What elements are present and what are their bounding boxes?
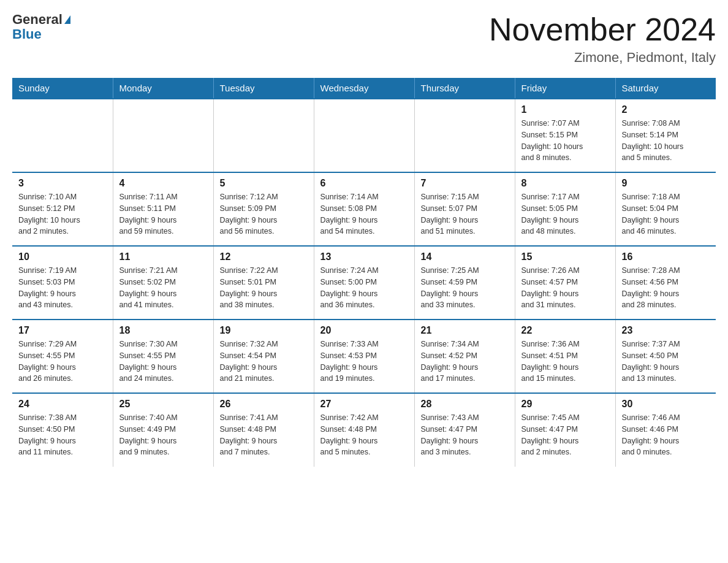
weekday-header-saturday: Saturday xyxy=(615,78,716,99)
day-info: Sunrise: 7:30 AM Sunset: 4:55 PM Dayligh… xyxy=(119,339,207,385)
calendar-cell xyxy=(12,99,113,172)
calendar-cell: 25Sunrise: 7:40 AM Sunset: 4:49 PM Dayli… xyxy=(113,393,213,467)
calendar-cell: 11Sunrise: 7:21 AM Sunset: 5:02 PM Dayli… xyxy=(113,246,213,320)
calendar-week-row: 1Sunrise: 7:07 AM Sunset: 5:15 PM Daylig… xyxy=(12,99,716,172)
weekday-header-row: SundayMondayTuesdayWednesdayThursdayFrid… xyxy=(12,78,716,99)
calendar-cell: 6Sunrise: 7:14 AM Sunset: 5:08 PM Daylig… xyxy=(314,172,414,246)
day-number: 21 xyxy=(421,325,509,336)
day-number: 2 xyxy=(622,104,710,115)
day-info: Sunrise: 7:26 AM Sunset: 4:57 PM Dayligh… xyxy=(521,265,609,311)
calendar-cell: 20Sunrise: 7:33 AM Sunset: 4:53 PM Dayli… xyxy=(314,320,414,393)
calendar-cell: 12Sunrise: 7:22 AM Sunset: 5:01 PM Dayli… xyxy=(213,246,314,320)
calendar-cell: 5Sunrise: 7:12 AM Sunset: 5:09 PM Daylig… xyxy=(213,172,314,246)
day-number: 9 xyxy=(622,178,710,189)
day-number: 27 xyxy=(320,399,408,410)
weekday-header-tuesday: Tuesday xyxy=(213,78,314,99)
calendar-table: SundayMondayTuesdayWednesdayThursdayFrid… xyxy=(12,78,716,467)
weekday-header-thursday: Thursday xyxy=(414,78,515,99)
calendar-cell: 21Sunrise: 7:34 AM Sunset: 4:52 PM Dayli… xyxy=(414,320,515,393)
day-info: Sunrise: 7:25 AM Sunset: 4:59 PM Dayligh… xyxy=(421,265,509,311)
day-info: Sunrise: 7:43 AM Sunset: 4:47 PM Dayligh… xyxy=(421,412,509,458)
day-number: 13 xyxy=(320,251,408,262)
logo-general-text: General xyxy=(12,12,63,27)
header: General Blue November 2024 Zimone, Piedm… xyxy=(12,12,716,66)
day-number: 4 xyxy=(119,178,207,189)
day-info: Sunrise: 7:11 AM Sunset: 5:11 PM Dayligh… xyxy=(119,191,207,237)
day-info: Sunrise: 7:38 AM Sunset: 4:50 PM Dayligh… xyxy=(18,412,107,458)
logo-triangle-icon xyxy=(64,15,70,24)
day-number: 5 xyxy=(220,178,308,189)
calendar-cell: 26Sunrise: 7:41 AM Sunset: 4:48 PM Dayli… xyxy=(213,393,314,467)
day-info: Sunrise: 7:07 AM Sunset: 5:15 PM Dayligh… xyxy=(521,118,609,164)
day-number: 8 xyxy=(521,178,609,189)
day-number: 15 xyxy=(521,251,609,262)
logo: General Blue xyxy=(12,12,70,42)
day-number: 18 xyxy=(119,325,207,336)
calendar-week-row: 3Sunrise: 7:10 AM Sunset: 5:12 PM Daylig… xyxy=(12,172,716,246)
day-number: 11 xyxy=(119,251,207,262)
calendar-week-row: 24Sunrise: 7:38 AM Sunset: 4:50 PM Dayli… xyxy=(12,393,716,467)
calendar-cell: 22Sunrise: 7:36 AM Sunset: 4:51 PM Dayli… xyxy=(515,320,615,393)
day-info: Sunrise: 7:45 AM Sunset: 4:47 PM Dayligh… xyxy=(521,412,609,458)
calendar-cell xyxy=(213,99,314,172)
calendar-cell: 29Sunrise: 7:45 AM Sunset: 4:47 PM Dayli… xyxy=(515,393,615,467)
calendar-week-row: 10Sunrise: 7:19 AM Sunset: 5:03 PM Dayli… xyxy=(12,246,716,320)
calendar-cell: 17Sunrise: 7:29 AM Sunset: 4:55 PM Dayli… xyxy=(12,320,113,393)
day-info: Sunrise: 7:22 AM Sunset: 5:01 PM Dayligh… xyxy=(220,265,308,311)
day-info: Sunrise: 7:18 AM Sunset: 5:04 PM Dayligh… xyxy=(622,191,710,237)
day-number: 14 xyxy=(421,251,509,262)
location-title: Zimone, Piedmont, Italy xyxy=(489,50,716,66)
day-number: 17 xyxy=(18,325,107,336)
day-number: 3 xyxy=(18,178,107,189)
day-info: Sunrise: 7:36 AM Sunset: 4:51 PM Dayligh… xyxy=(521,339,609,385)
day-number: 25 xyxy=(119,399,207,410)
day-number: 29 xyxy=(521,399,609,410)
calendar-cell xyxy=(113,99,213,172)
calendar-cell: 18Sunrise: 7:30 AM Sunset: 4:55 PM Dayli… xyxy=(113,320,213,393)
day-number: 28 xyxy=(421,399,509,410)
day-number: 30 xyxy=(622,399,710,410)
calendar-cell: 2Sunrise: 7:08 AM Sunset: 5:14 PM Daylig… xyxy=(615,99,716,172)
day-number: 20 xyxy=(320,325,408,336)
day-number: 7 xyxy=(421,178,509,189)
day-info: Sunrise: 7:21 AM Sunset: 5:02 PM Dayligh… xyxy=(119,265,207,311)
day-info: Sunrise: 7:41 AM Sunset: 4:48 PM Dayligh… xyxy=(220,412,308,458)
calendar-cell: 15Sunrise: 7:26 AM Sunset: 4:57 PM Dayli… xyxy=(515,246,615,320)
day-info: Sunrise: 7:37 AM Sunset: 4:50 PM Dayligh… xyxy=(622,339,710,385)
day-number: 23 xyxy=(622,325,710,336)
day-info: Sunrise: 7:28 AM Sunset: 4:56 PM Dayligh… xyxy=(622,265,710,311)
day-info: Sunrise: 7:32 AM Sunset: 4:54 PM Dayligh… xyxy=(220,339,308,385)
day-number: 24 xyxy=(18,399,107,410)
day-info: Sunrise: 7:33 AM Sunset: 4:53 PM Dayligh… xyxy=(320,339,408,385)
calendar-cell: 24Sunrise: 7:38 AM Sunset: 4:50 PM Dayli… xyxy=(12,393,113,467)
calendar-cell: 14Sunrise: 7:25 AM Sunset: 4:59 PM Dayli… xyxy=(414,246,515,320)
day-info: Sunrise: 7:34 AM Sunset: 4:52 PM Dayligh… xyxy=(421,339,509,385)
day-info: Sunrise: 7:08 AM Sunset: 5:14 PM Dayligh… xyxy=(622,118,710,164)
calendar-cell: 27Sunrise: 7:42 AM Sunset: 4:48 PM Dayli… xyxy=(314,393,414,467)
calendar-cell: 4Sunrise: 7:11 AM Sunset: 5:11 PM Daylig… xyxy=(113,172,213,246)
weekday-header-sunday: Sunday xyxy=(12,78,113,99)
calendar-cell xyxy=(314,99,414,172)
logo-blue-text: Blue xyxy=(12,27,70,42)
calendar-cell: 3Sunrise: 7:10 AM Sunset: 5:12 PM Daylig… xyxy=(12,172,113,246)
calendar-cell: 9Sunrise: 7:18 AM Sunset: 5:04 PM Daylig… xyxy=(615,172,716,246)
calendar-week-row: 17Sunrise: 7:29 AM Sunset: 4:55 PM Dayli… xyxy=(12,320,716,393)
day-number: 26 xyxy=(220,399,308,410)
day-number: 16 xyxy=(622,251,710,262)
calendar-cell: 8Sunrise: 7:17 AM Sunset: 5:05 PM Daylig… xyxy=(515,172,615,246)
calendar-cell: 19Sunrise: 7:32 AM Sunset: 4:54 PM Dayli… xyxy=(213,320,314,393)
calendar-cell: 13Sunrise: 7:24 AM Sunset: 5:00 PM Dayli… xyxy=(314,246,414,320)
weekday-header-friday: Friday xyxy=(515,78,615,99)
calendar-cell: 1Sunrise: 7:07 AM Sunset: 5:15 PM Daylig… xyxy=(515,99,615,172)
title-area: November 2024 Zimone, Piedmont, Italy xyxy=(489,12,716,66)
day-info: Sunrise: 7:19 AM Sunset: 5:03 PM Dayligh… xyxy=(18,265,107,311)
calendar-cell: 7Sunrise: 7:15 AM Sunset: 5:07 PM Daylig… xyxy=(414,172,515,246)
day-info: Sunrise: 7:10 AM Sunset: 5:12 PM Dayligh… xyxy=(18,191,107,237)
day-info: Sunrise: 7:42 AM Sunset: 4:48 PM Dayligh… xyxy=(320,412,408,458)
calendar-cell: 28Sunrise: 7:43 AM Sunset: 4:47 PM Dayli… xyxy=(414,393,515,467)
day-info: Sunrise: 7:17 AM Sunset: 5:05 PM Dayligh… xyxy=(521,191,609,237)
calendar-cell: 16Sunrise: 7:28 AM Sunset: 4:56 PM Dayli… xyxy=(615,246,716,320)
month-title: November 2024 xyxy=(489,12,716,47)
day-number: 6 xyxy=(320,178,408,189)
calendar-cell: 23Sunrise: 7:37 AM Sunset: 4:50 PM Dayli… xyxy=(615,320,716,393)
